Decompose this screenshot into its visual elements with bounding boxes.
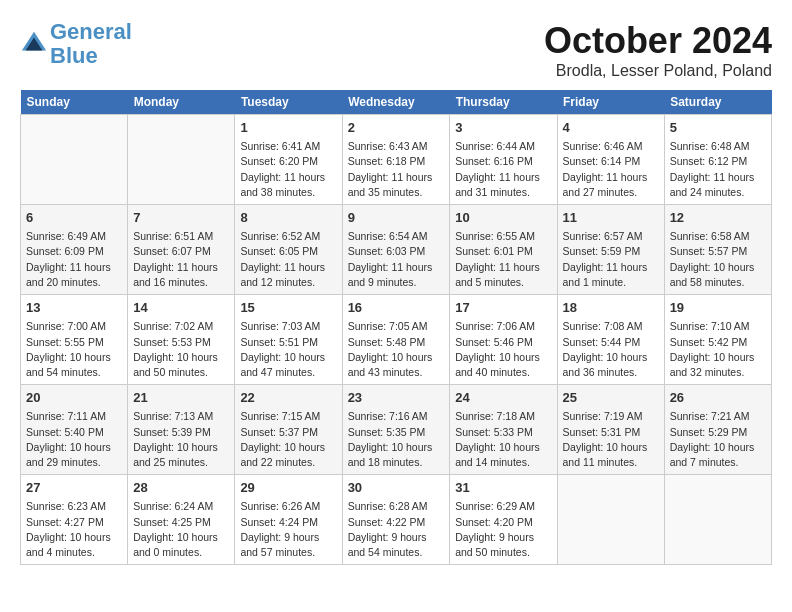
day-info: Sunrise: 7:08 AMSunset: 5:44 PMDaylight:… xyxy=(563,319,659,380)
day-number: 28 xyxy=(133,479,229,497)
calendar-week: 6Sunrise: 6:49 AMSunset: 6:09 PMDaylight… xyxy=(21,205,772,295)
calendar-cell xyxy=(557,475,664,565)
month-title: October 2024 xyxy=(544,20,772,62)
calendar-cell: 6Sunrise: 6:49 AMSunset: 6:09 PMDaylight… xyxy=(21,205,128,295)
calendar-cell xyxy=(128,115,235,205)
day-info: Sunrise: 7:00 AMSunset: 5:55 PMDaylight:… xyxy=(26,319,122,380)
day-number: 30 xyxy=(348,479,445,497)
calendar-week: 13Sunrise: 7:00 AMSunset: 5:55 PMDayligh… xyxy=(21,295,772,385)
day-number: 12 xyxy=(670,209,766,227)
weekday-header: Tuesday xyxy=(235,90,342,115)
day-number: 19 xyxy=(670,299,766,317)
calendar-cell: 27Sunrise: 6:23 AMSunset: 4:27 PMDayligh… xyxy=(21,475,128,565)
calendar-cell: 2Sunrise: 6:43 AMSunset: 6:18 PMDaylight… xyxy=(342,115,450,205)
header-row: SundayMondayTuesdayWednesdayThursdayFrid… xyxy=(21,90,772,115)
calendar-cell: 11Sunrise: 6:57 AMSunset: 5:59 PMDayligh… xyxy=(557,205,664,295)
day-number: 14 xyxy=(133,299,229,317)
day-number: 7 xyxy=(133,209,229,227)
day-info: Sunrise: 7:13 AMSunset: 5:39 PMDaylight:… xyxy=(133,409,229,470)
day-info: Sunrise: 6:26 AMSunset: 4:24 PMDaylight:… xyxy=(240,499,336,560)
weekday-header: Friday xyxy=(557,90,664,115)
day-info: Sunrise: 6:41 AMSunset: 6:20 PMDaylight:… xyxy=(240,139,336,200)
day-number: 31 xyxy=(455,479,551,497)
day-info: Sunrise: 6:49 AMSunset: 6:09 PMDaylight:… xyxy=(26,229,122,290)
day-number: 6 xyxy=(26,209,122,227)
day-number: 3 xyxy=(455,119,551,137)
logo-text: General Blue xyxy=(50,20,132,68)
day-info: Sunrise: 7:02 AMSunset: 5:53 PMDaylight:… xyxy=(133,319,229,380)
page-header: General Blue October 2024 Brodla, Lesser… xyxy=(20,20,772,80)
day-info: Sunrise: 7:10 AMSunset: 5:42 PMDaylight:… xyxy=(670,319,766,380)
calendar-cell: 9Sunrise: 6:54 AMSunset: 6:03 PMDaylight… xyxy=(342,205,450,295)
day-info: Sunrise: 7:21 AMSunset: 5:29 PMDaylight:… xyxy=(670,409,766,470)
calendar-cell: 7Sunrise: 6:51 AMSunset: 6:07 PMDaylight… xyxy=(128,205,235,295)
day-number: 17 xyxy=(455,299,551,317)
day-info: Sunrise: 6:58 AMSunset: 5:57 PMDaylight:… xyxy=(670,229,766,290)
calendar-week: 27Sunrise: 6:23 AMSunset: 4:27 PMDayligh… xyxy=(21,475,772,565)
day-number: 9 xyxy=(348,209,445,227)
day-info: Sunrise: 6:54 AMSunset: 6:03 PMDaylight:… xyxy=(348,229,445,290)
calendar-cell: 20Sunrise: 7:11 AMSunset: 5:40 PMDayligh… xyxy=(21,385,128,475)
calendar-cell: 23Sunrise: 7:16 AMSunset: 5:35 PMDayligh… xyxy=(342,385,450,475)
location: Brodla, Lesser Poland, Poland xyxy=(544,62,772,80)
day-info: Sunrise: 6:24 AMSunset: 4:25 PMDaylight:… xyxy=(133,499,229,560)
day-number: 22 xyxy=(240,389,336,407)
day-info: Sunrise: 6:46 AMSunset: 6:14 PMDaylight:… xyxy=(563,139,659,200)
calendar-cell: 26Sunrise: 7:21 AMSunset: 5:29 PMDayligh… xyxy=(664,385,771,475)
day-info: Sunrise: 6:52 AMSunset: 6:05 PMDaylight:… xyxy=(240,229,336,290)
calendar-cell: 29Sunrise: 6:26 AMSunset: 4:24 PMDayligh… xyxy=(235,475,342,565)
day-info: Sunrise: 6:44 AMSunset: 6:16 PMDaylight:… xyxy=(455,139,551,200)
calendar-cell: 12Sunrise: 6:58 AMSunset: 5:57 PMDayligh… xyxy=(664,205,771,295)
day-info: Sunrise: 6:43 AMSunset: 6:18 PMDaylight:… xyxy=(348,139,445,200)
day-info: Sunrise: 7:19 AMSunset: 5:31 PMDaylight:… xyxy=(563,409,659,470)
logo-icon xyxy=(20,30,48,58)
day-number: 8 xyxy=(240,209,336,227)
day-info: Sunrise: 7:18 AMSunset: 5:33 PMDaylight:… xyxy=(455,409,551,470)
weekday-header: Sunday xyxy=(21,90,128,115)
day-info: Sunrise: 6:55 AMSunset: 6:01 PMDaylight:… xyxy=(455,229,551,290)
day-number: 1 xyxy=(240,119,336,137)
day-number: 11 xyxy=(563,209,659,227)
day-info: Sunrise: 7:05 AMSunset: 5:48 PMDaylight:… xyxy=(348,319,445,380)
calendar-cell: 5Sunrise: 6:48 AMSunset: 6:12 PMDaylight… xyxy=(664,115,771,205)
day-number: 15 xyxy=(240,299,336,317)
calendar-cell: 21Sunrise: 7:13 AMSunset: 5:39 PMDayligh… xyxy=(128,385,235,475)
calendar-cell: 17Sunrise: 7:06 AMSunset: 5:46 PMDayligh… xyxy=(450,295,557,385)
calendar-cell: 8Sunrise: 6:52 AMSunset: 6:05 PMDaylight… xyxy=(235,205,342,295)
day-info: Sunrise: 7:15 AMSunset: 5:37 PMDaylight:… xyxy=(240,409,336,470)
day-number: 5 xyxy=(670,119,766,137)
day-info: Sunrise: 6:48 AMSunset: 6:12 PMDaylight:… xyxy=(670,139,766,200)
day-number: 23 xyxy=(348,389,445,407)
weekday-header: Thursday xyxy=(450,90,557,115)
calendar-cell: 10Sunrise: 6:55 AMSunset: 6:01 PMDayligh… xyxy=(450,205,557,295)
day-info: Sunrise: 6:29 AMSunset: 4:20 PMDaylight:… xyxy=(455,499,551,560)
day-number: 29 xyxy=(240,479,336,497)
day-info: Sunrise: 7:11 AMSunset: 5:40 PMDaylight:… xyxy=(26,409,122,470)
day-info: Sunrise: 6:57 AMSunset: 5:59 PMDaylight:… xyxy=(563,229,659,290)
day-number: 4 xyxy=(563,119,659,137)
calendar-cell: 28Sunrise: 6:24 AMSunset: 4:25 PMDayligh… xyxy=(128,475,235,565)
day-info: Sunrise: 6:23 AMSunset: 4:27 PMDaylight:… xyxy=(26,499,122,560)
day-info: Sunrise: 7:06 AMSunset: 5:46 PMDaylight:… xyxy=(455,319,551,380)
day-info: Sunrise: 6:51 AMSunset: 6:07 PMDaylight:… xyxy=(133,229,229,290)
calendar-cell: 25Sunrise: 7:19 AMSunset: 5:31 PMDayligh… xyxy=(557,385,664,475)
day-number: 26 xyxy=(670,389,766,407)
day-number: 16 xyxy=(348,299,445,317)
day-info: Sunrise: 6:28 AMSunset: 4:22 PMDaylight:… xyxy=(348,499,445,560)
calendar-cell xyxy=(21,115,128,205)
calendar-cell: 18Sunrise: 7:08 AMSunset: 5:44 PMDayligh… xyxy=(557,295,664,385)
calendar-cell: 31Sunrise: 6:29 AMSunset: 4:20 PMDayligh… xyxy=(450,475,557,565)
calendar-cell: 1Sunrise: 6:41 AMSunset: 6:20 PMDaylight… xyxy=(235,115,342,205)
day-number: 27 xyxy=(26,479,122,497)
calendar-cell: 14Sunrise: 7:02 AMSunset: 5:53 PMDayligh… xyxy=(128,295,235,385)
day-number: 2 xyxy=(348,119,445,137)
calendar-cell: 24Sunrise: 7:18 AMSunset: 5:33 PMDayligh… xyxy=(450,385,557,475)
calendar-cell: 13Sunrise: 7:00 AMSunset: 5:55 PMDayligh… xyxy=(21,295,128,385)
calendar-cell: 4Sunrise: 6:46 AMSunset: 6:14 PMDaylight… xyxy=(557,115,664,205)
calendar-week: 1Sunrise: 6:41 AMSunset: 6:20 PMDaylight… xyxy=(21,115,772,205)
calendar-cell: 15Sunrise: 7:03 AMSunset: 5:51 PMDayligh… xyxy=(235,295,342,385)
day-number: 18 xyxy=(563,299,659,317)
title-section: October 2024 Brodla, Lesser Poland, Pola… xyxy=(544,20,772,80)
weekday-header: Monday xyxy=(128,90,235,115)
day-number: 21 xyxy=(133,389,229,407)
